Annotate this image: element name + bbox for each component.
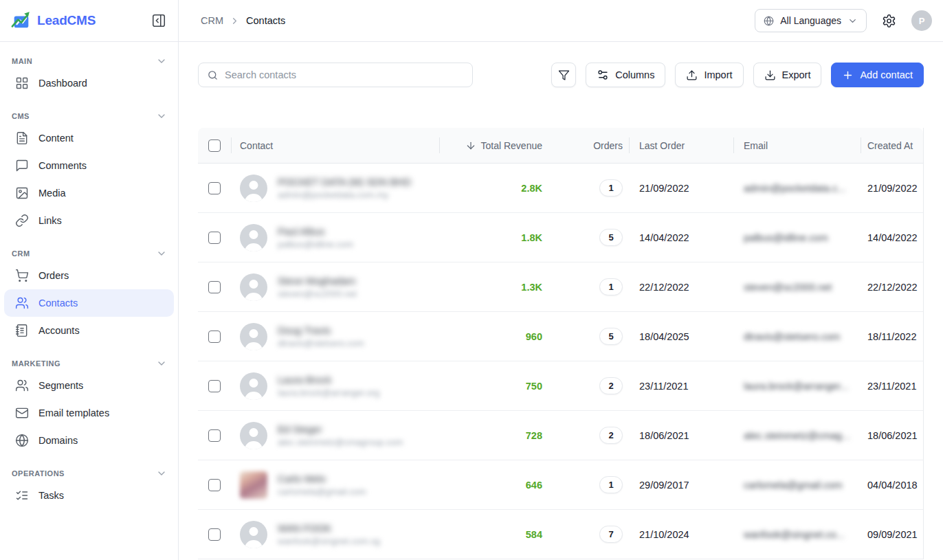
column-header-contact[interactable]: Contact <box>231 128 439 163</box>
table-row[interactable]: Carlo Melo carlomela@gmail.com 646 1 29/… <box>198 460 923 510</box>
row-checkbox[interactable] <box>208 380 221 392</box>
sidebar-collapse-button[interactable] <box>148 10 170 32</box>
sidebar-item-label: Dashboard <box>38 78 87 89</box>
row-checkbox[interactable] <box>208 331 221 343</box>
logo-row: LeadCMS <box>0 0 178 42</box>
table-row[interactable]: WAN FOOK wanfook@singnet.com.sg 584 7 21… <box>198 510 923 559</box>
topbar-right: All Languages P <box>755 9 932 32</box>
column-label: Total Revenue <box>480 140 542 151</box>
row-checkbox[interactable] <box>208 528 221 541</box>
sidebar-nav: MAIN Dashboard CMS Content <box>0 42 178 509</box>
sidebar-item-domains[interactable]: Domains <box>4 427 174 454</box>
total-revenue-value: 2.8K <box>439 164 553 212</box>
last-order-date: 18/06/2021 <box>629 411 733 460</box>
add-contact-button[interactable]: Add contact <box>831 63 924 87</box>
shopping-cart-icon <box>15 269 29 282</box>
table-row[interactable]: POCKET DATA (M) SDN BHD admin@pocketdata… <box>198 164 923 213</box>
app-root: LeadCMS MAIN Dashboard <box>0 0 943 560</box>
table-row[interactable]: Steve Moghadam steven@sc2000.net 1.3K 1 … <box>198 262 923 312</box>
section-header[interactable]: CRM <box>4 245 174 262</box>
orders-badge: 1 <box>599 476 623 493</box>
column-header-created-at[interactable]: Created At <box>861 128 923 163</box>
sidebar-item-label: Tasks <box>38 490 64 501</box>
settings-button[interactable] <box>882 14 896 28</box>
contact-email: steven@sc2000.net <box>278 289 357 299</box>
created-at-date: 18/06/2021 <box>861 411 923 460</box>
filter-button[interactable] <box>551 63 576 87</box>
row-checkbox[interactable] <box>208 479 221 491</box>
table-row[interactable]: Doug Travis dtravis@stetsero.com 960 5 1… <box>198 312 923 361</box>
image-icon <box>15 186 29 200</box>
language-selector[interactable]: All Languages <box>755 9 867 32</box>
document-icon <box>15 131 29 145</box>
column-header-last-order[interactable]: Last Order <box>629 128 733 163</box>
total-revenue-value: 1.8K <box>439 213 553 262</box>
sidebar-item-media[interactable]: Media <box>4 179 174 207</box>
sidebar-item-links[interactable]: Links <box>4 207 174 234</box>
column-label: Contact <box>240 140 273 151</box>
email-value: laura.brock@arranger... <box>744 381 849 392</box>
contact-name: Ed Steger <box>278 424 403 435</box>
section-header[interactable]: MARKETING <box>4 355 174 372</box>
import-button[interactable]: Import <box>675 63 743 87</box>
select-all-checkbox[interactable] <box>208 139 221 152</box>
sidebar-item-dashboard[interactable]: Dashboard <box>4 69 174 97</box>
contact-email: dtravis@stetsero.com <box>278 338 364 348</box>
sort-desc-arrow-icon <box>465 140 476 151</box>
upload-icon <box>686 69 698 81</box>
sidebar-item-content[interactable]: Content <box>4 124 174 152</box>
user-avatar[interactable]: P <box>911 10 932 31</box>
table-row[interactable]: Paul Albus palbus@idline.com 1.8K 5 14/0… <box>198 213 923 262</box>
sidebar-item-email-templates[interactable]: Email templates <box>4 399 174 427</box>
nav-section-crm: CRM Orders Contacts Accounts <box>4 245 174 344</box>
total-revenue-value: 750 <box>439 361 553 410</box>
nav-section-operations: OPERATIONS Tasks <box>4 465 174 509</box>
section-header[interactable]: OPERATIONS <box>4 465 174 482</box>
search-input[interactable] <box>225 69 464 80</box>
sidebar-item-label: Domains <box>38 435 78 446</box>
row-checkbox[interactable] <box>208 429 221 442</box>
funnel-icon <box>558 69 570 81</box>
sidebar-item-label: Email templates <box>38 407 109 418</box>
column-header-total-revenue[interactable]: Total Revenue <box>439 128 553 163</box>
columns-sliders-icon <box>597 69 609 81</box>
sidebar-item-accounts[interactable]: Accounts <box>4 317 174 344</box>
column-header-email[interactable]: Email <box>733 128 861 163</box>
row-checkbox[interactable] <box>208 232 221 244</box>
row-checkbox[interactable] <box>208 182 221 194</box>
leadcms-logo-icon <box>11 10 32 31</box>
section-header[interactable]: MAIN <box>4 53 174 69</box>
panel-collapse-icon <box>151 13 166 28</box>
export-label: Export <box>782 69 811 80</box>
sidebar-item-orders[interactable]: Orders <box>4 262 174 289</box>
created-at-date: 23/11/2021 <box>861 361 923 410</box>
sidebar-item-tasks[interactable]: Tasks <box>4 482 174 509</box>
created-at-date: 09/09/2021 <box>861 510 923 559</box>
sidebar-item-segments[interactable]: Segments <box>4 372 174 399</box>
app-logo[interactable]: LeadCMS <box>11 10 96 31</box>
email-value: carlomela@gmail.com <box>744 480 843 491</box>
chevron-down-icon <box>156 248 167 259</box>
sidebar-item-contacts[interactable]: Contacts <box>4 289 174 317</box>
section-header[interactable]: CMS <box>4 108 174 124</box>
contact-email: alec.steinmetz@cmagroup.com <box>278 437 403 447</box>
orders-badge: 5 <box>599 229 623 246</box>
sidebar-item-comments[interactable]: Comments <box>4 152 174 179</box>
contact-name: WAN FOOK <box>278 523 380 534</box>
row-checkbox[interactable] <box>208 281 221 293</box>
created-at-date: 21/09/2022 <box>861 164 923 212</box>
table-header-row: Contact Total Revenue Orders Last Order … <box>198 128 923 164</box>
table-row[interactable]: Ed Steger alec.steinmetz@cmagroup.com 72… <box>198 411 923 460</box>
contact-avatar <box>240 323 267 350</box>
total-revenue-value: 646 <box>439 460 553 509</box>
add-contact-label: Add contact <box>860 69 913 80</box>
table-row[interactable]: Laura Brock laura.brock@arranger.org 750… <box>198 361 923 411</box>
created-at-date: 04/04/2018 <box>861 460 923 509</box>
column-header-orders[interactable]: Orders <box>553 128 629 163</box>
export-button[interactable]: Export <box>753 63 822 87</box>
columns-button[interactable]: Columns <box>586 63 665 87</box>
sidebar-item-label: Segments <box>38 380 83 391</box>
sidebar: LeadCMS MAIN Dashboard <box>0 0 179 560</box>
contact-avatar <box>240 175 267 202</box>
breadcrumb-parent[interactable]: CRM <box>201 15 223 26</box>
